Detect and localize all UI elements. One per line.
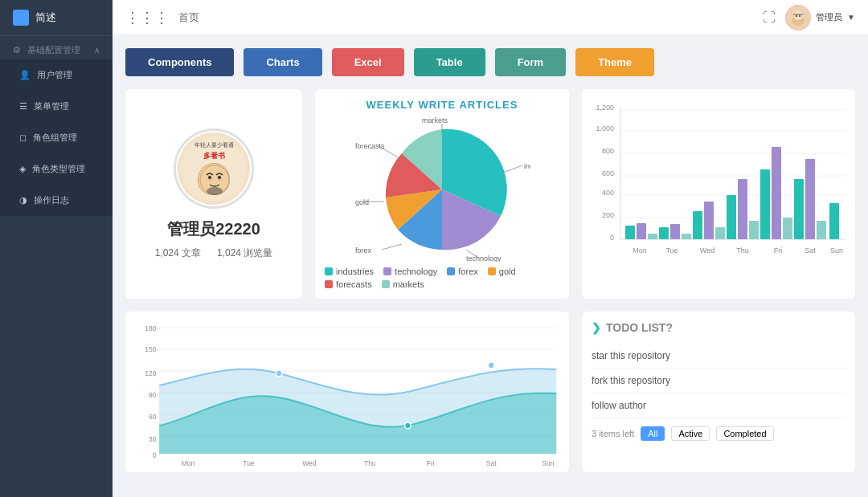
legend-dot-technology: [383, 267, 391, 275]
svg-rect-47: [715, 227, 725, 239]
svg-text:Mon: Mon: [182, 459, 195, 467]
svg-text:Thu: Thu: [364, 459, 376, 467]
profile-stats: 1,024 文章 1,024 浏览量: [155, 246, 273, 260]
legend-dot-forex: [447, 267, 455, 275]
hamburger-icon[interactable]: ⋮⋮⋮: [125, 9, 169, 26]
profile-name: 管理员22220: [167, 218, 260, 240]
svg-text:Sun: Sun: [830, 246, 843, 255]
todo-item-2[interactable]: fork this repository: [592, 369, 845, 393]
charts-button[interactable]: Charts: [244, 48, 321, 76]
meme-red-text: 多看书: [203, 151, 225, 161]
svg-text:technology: technology: [466, 255, 502, 262]
legend-dot-forecasts: [325, 280, 333, 288]
svg-text:1,200: 1,200: [596, 104, 614, 112]
todo-filter-completed[interactable]: Completed: [716, 426, 773, 441]
svg-point-2: [793, 10, 803, 20]
legend-gold: gold: [488, 267, 516, 276]
legend-industries: industries: [325, 267, 374, 276]
svg-rect-46: [704, 202, 714, 239]
todo-filter-all[interactable]: All: [641, 426, 665, 441]
line-chart-container: 180 150 120 90 60 30 0: [125, 312, 569, 472]
pie-legend: industries technology forex gold: [325, 267, 559, 289]
svg-text:forecasts: forecasts: [355, 142, 385, 150]
role-icon: ◻: [19, 132, 27, 143]
form-button[interactable]: Form: [495, 48, 567, 76]
svg-rect-49: [738, 179, 747, 239]
sidebar-role-type-label: 角色类型管理: [32, 163, 85, 175]
legend-dot-industries: [325, 267, 333, 275]
svg-point-81: [276, 370, 282, 377]
svg-rect-58: [829, 203, 839, 239]
bar-chart-svg: 1,200 1,000 800 600 400 200 0: [592, 99, 849, 267]
svg-point-5: [799, 15, 800, 17]
todo-container: ❯ TODO LIST? star this repository fork t…: [582, 312, 855, 472]
svg-text:30: 30: [149, 435, 157, 443]
sidebar-item-role-manage[interactable]: ◻ 角色组管理: [0, 122, 113, 153]
sidebar-logo[interactable]: 简述: [0, 0, 113, 36]
svg-rect-48: [727, 195, 736, 239]
gear-icon: ⚙: [13, 45, 21, 55]
legend-dot-markets: [382, 280, 390, 288]
svg-point-82: [405, 422, 411, 429]
profile-views: 1,024 浏览量: [217, 246, 272, 260]
svg-rect-56: [817, 221, 826, 239]
svg-text:600: 600: [602, 169, 614, 177]
svg-point-10: [218, 176, 221, 179]
svg-rect-39: [625, 226, 635, 239]
svg-text:180: 180: [145, 324, 156, 332]
breadcrumb: 首页: [178, 10, 199, 25]
sidebar-item-basic-config[interactable]: ⚙ 基础配置管理 ∧: [0, 36, 113, 59]
sidebar-menu-label: 菜单管理: [34, 100, 69, 112]
svg-text:200: 200: [602, 211, 614, 219]
components-button[interactable]: Components: [125, 48, 234, 76]
content: Components Charts Excel Table Form Theme…: [113, 35, 868, 497]
user-menu[interactable]: 管理员 ▼: [785, 5, 855, 31]
svg-line-20: [382, 244, 402, 250]
sidebar-item-menu-manage[interactable]: ☰ 菜单管理: [0, 91, 113, 122]
header-left: ⋮⋮⋮ 首页: [125, 9, 199, 26]
dashboard-row-2: 180 150 120 90 60 30 0: [125, 312, 855, 472]
svg-text:1,000: 1,000: [596, 124, 614, 132]
sidebar-item-user-manage[interactable]: 👤 用户管理: [0, 59, 113, 91]
svg-rect-42: [659, 227, 669, 239]
header: ⋮⋮⋮ 首页 ⛶ 管理员 ▼: [113, 0, 868, 35]
svg-line-12: [501, 165, 522, 173]
table-button[interactable]: Table: [414, 48, 485, 76]
svg-text:120: 120: [145, 369, 156, 377]
sidebar-basic-config-label: 基础配置管理: [27, 44, 80, 56]
line-chart-svg: 180 150 120 90 60 30 0: [135, 321, 559, 470]
svg-text:Wed: Wed: [302, 459, 316, 467]
svg-text:60: 60: [149, 413, 157, 421]
fullscreen-icon[interactable]: ⛶: [763, 10, 776, 25]
svg-rect-52: [772, 147, 781, 239]
svg-rect-44: [682, 234, 691, 239]
menu-icon: ☰: [19, 101, 27, 112]
todo-filter-active[interactable]: Active: [671, 426, 710, 441]
user-icon: 👤: [19, 70, 31, 80]
dashboard-row-1: 年轻人要少看通 多看书: [125, 89, 855, 299]
svg-rect-51: [760, 169, 770, 239]
excel-button[interactable]: Excel: [332, 48, 404, 76]
svg-text:Fri: Fri: [774, 246, 783, 255]
svg-rect-53: [783, 218, 792, 239]
todo-item-3[interactable]: follow author: [592, 393, 845, 418]
sidebar-log-label: 操作日志: [34, 194, 69, 206]
sidebar-submenu: 👤 用户管理 ☰ 菜单管理 ◻ 角色组管理 ◈ 角色类型管理 ◑ 操作日志: [0, 59, 113, 216]
legend-technology: technology: [383, 267, 437, 276]
svg-text:Fri: Fri: [427, 459, 435, 467]
profile-avatar-inner: 年轻人要少看通 多看书: [178, 132, 250, 205]
user-dropdown-icon: ▼: [847, 13, 855, 22]
chevron-down-icon: ❯: [592, 321, 601, 334]
svg-rect-45: [693, 211, 702, 239]
svg-text:Thu: Thu: [736, 246, 749, 255]
sidebar-item-role-type[interactable]: ◈ 角色类型管理: [0, 153, 113, 185]
svg-text:Sat: Sat: [805, 246, 816, 255]
header-right: ⛶ 管理员 ▼: [763, 5, 855, 31]
todo-item-1[interactable]: star this repository: [592, 344, 845, 369]
sidebar-item-op-log[interactable]: ◑ 操作日志: [0, 185, 113, 216]
svg-text:800: 800: [602, 147, 614, 155]
legend-markets: markets: [382, 279, 424, 289]
theme-button[interactable]: Theme: [575, 48, 654, 76]
svg-text:markets: markets: [422, 117, 448, 124]
avatar: [785, 5, 811, 31]
